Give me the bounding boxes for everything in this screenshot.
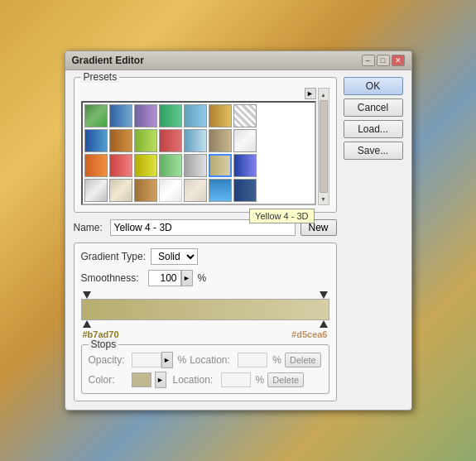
ok-button[interactable]: OK (344, 77, 403, 95)
opacity-stepper[interactable]: ► (161, 352, 173, 368)
color-label: Color: (89, 374, 128, 386)
preset-swatch[interactable] (233, 154, 257, 177)
preset-swatch[interactable] (134, 129, 157, 152)
minimize-button[interactable]: – (362, 55, 375, 66)
swatch-row-2 (84, 129, 313, 152)
color-location-input[interactable] (221, 372, 251, 387)
opacity-input-group: ► (132, 352, 173, 368)
color-swatch[interactable] (132, 372, 151, 387)
color-stop-right-marker[interactable] (320, 320, 328, 328)
preset-swatch[interactable] (159, 179, 182, 202)
gradient-bar[interactable] (81, 299, 329, 320)
gradient-type-label: Gradient Type: (81, 251, 147, 262)
gradient-bar-area: #b7ad70 #d5cea6 (81, 291, 329, 339)
name-label: Name: (74, 222, 105, 233)
stops-label: Stops (89, 339, 119, 350)
opacity-unit: % (178, 354, 187, 366)
scroll-thumb[interactable] (320, 100, 328, 193)
preset-swatch[interactable] (109, 104, 132, 127)
preset-swatch[interactable] (233, 129, 257, 152)
preset-swatch[interactable] (109, 154, 132, 177)
smoothness-stepper[interactable]: ► (181, 270, 193, 286)
swatch-row-4 (84, 179, 313, 202)
preset-swatch[interactable] (184, 154, 207, 177)
opacity-stop-left[interactable] (83, 291, 91, 299)
swatch-row-1 (84, 104, 313, 127)
preset-swatch[interactable] (184, 179, 207, 202)
preset-swatch[interactable] (159, 154, 182, 177)
preset-swatch[interactable] (159, 129, 182, 152)
right-panel: OK Cancel Load... Save... (344, 77, 403, 401)
preset-swatch[interactable] (84, 154, 108, 177)
opacity-location-label: Location: (190, 354, 234, 366)
scroll-down-arrow[interactable]: ▼ (319, 194, 329, 204)
preset-swatch[interactable] (134, 179, 157, 202)
presets-area: ► (81, 88, 329, 205)
dialog-title: Gradient Editor (72, 55, 144, 66)
window-controls: – □ ✕ (362, 55, 405, 66)
presets-group: Presets ► (74, 77, 337, 213)
opacity-input[interactable] (132, 353, 161, 367)
presets-swatches-grid: Yellow 4 - 3D (81, 101, 316, 205)
color-stop-left-marker[interactable] (83, 320, 91, 328)
title-bar: Gradient Editor – □ ✕ (65, 51, 411, 70)
stops-section: Stops Opacity: ► % Location: % Delete (81, 344, 329, 394)
opacity-location-input[interactable] (238, 353, 267, 367)
preset-swatch[interactable] (84, 179, 108, 202)
scroll-up-arrow[interactable]: ▲ (319, 89, 329, 99)
preset-swatch[interactable] (233, 179, 257, 202)
scroll-arrow-container: ► (81, 88, 316, 99)
presets-swatches-container: ► (81, 88, 316, 205)
smoothness-unit: % (198, 272, 207, 284)
preset-swatch[interactable] (134, 154, 157, 177)
left-panel: Presets ► (74, 77, 337, 401)
color-delete-button[interactable]: Delete (267, 372, 304, 387)
preset-swatch[interactable] (233, 104, 257, 127)
opacity-delete-button[interactable]: Delete (285, 353, 321, 367)
color-stop-row: Color: ► Location: % Delete (89, 372, 322, 388)
opacity-label: Opacity: (89, 354, 128, 366)
opacity-stop-right[interactable] (320, 291, 328, 299)
opacity-stop-row: Opacity: ► % Location: % Delete (89, 352, 322, 368)
load-button[interactable]: Load... (344, 120, 403, 138)
opacity-location-unit: % (272, 354, 281, 366)
swatch-row-3 (84, 154, 313, 177)
color-stop-labels: #b7ad70 #d5cea6 (81, 328, 329, 339)
preset-tooltip: Yellow 4 - 3D (249, 209, 314, 223)
save-button[interactable]: Save... (344, 142, 403, 160)
gradient-editor-dialog: Gradient Editor – □ ✕ Presets ► (65, 50, 412, 411)
color-stop-right-label: #d5cea6 (291, 329, 327, 339)
dialog-body: Presets ► (65, 70, 411, 410)
color-location-unit: % (256, 374, 265, 386)
gradient-type-select[interactable]: Solid (151, 248, 198, 265)
preset-swatch[interactable] (84, 129, 108, 152)
smoothness-row: Smoothness: ► % (81, 270, 329, 286)
preset-swatch[interactable] (184, 129, 207, 152)
scroll-right-arrow[interactable]: ► (305, 88, 316, 99)
smoothness-label: Smoothness: (81, 272, 143, 284)
preset-swatch[interactable] (209, 179, 232, 202)
color-stop-markers (81, 320, 329, 328)
preset-swatch[interactable] (134, 104, 157, 127)
preset-swatch-selected[interactable] (209, 154, 232, 177)
presets-group-label: Presets (81, 71, 120, 83)
preset-swatch[interactable] (109, 179, 132, 202)
preset-swatch[interactable] (84, 104, 108, 127)
preset-swatch[interactable] (109, 129, 132, 152)
gradient-type-row: Gradient Type: Solid (81, 248, 329, 265)
smoothness-input[interactable] (148, 270, 181, 286)
restore-button[interactable]: □ (377, 55, 390, 66)
preset-swatch[interactable] (209, 104, 232, 127)
color-location-label: Location: (173, 374, 218, 386)
preset-swatch[interactable] (184, 104, 207, 127)
presets-scrollbar[interactable]: ▲ ▼ (318, 88, 329, 205)
preset-swatch[interactable] (159, 104, 182, 127)
cancel-button[interactable]: Cancel (344, 98, 403, 117)
smoothness-input-group: ► (148, 270, 193, 286)
color-stepper[interactable]: ► (155, 372, 166, 388)
opacity-stop-markers (81, 291, 329, 299)
gradient-settings: Gradient Type: Solid Smoothness: ► % (74, 243, 337, 401)
close-button[interactable]: ✕ (392, 55, 405, 66)
preset-swatch[interactable] (209, 129, 232, 152)
